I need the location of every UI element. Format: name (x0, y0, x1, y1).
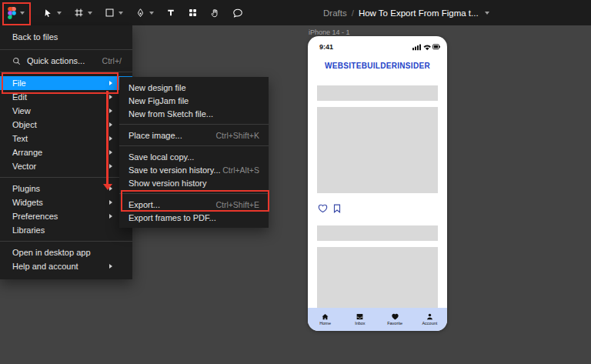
chevron-down-icon[interactable] (119, 12, 123, 15)
menu-item-label: Widgets (12, 198, 43, 207)
submenu-item-save-local-copy[interactable]: Save local copy... (119, 150, 269, 163)
menu-item-view[interactable]: View (0, 104, 132, 118)
image-placeholder-2[interactable] (317, 247, 438, 308)
nav-item-home[interactable]: Home (308, 308, 342, 331)
menu-item-help-and-account[interactable]: Help and account (0, 259, 132, 273)
text-icon (166, 8, 175, 18)
submenu-arrow-icon (109, 214, 112, 219)
menu-item-label: Place image... (129, 131, 182, 140)
menu-item-label: Export frames to PDF... (129, 213, 216, 222)
chevron-down-icon[interactable] (485, 12, 489, 15)
text-tool-button[interactable] (160, 0, 182, 25)
menu-item-widgets[interactable]: Widgets (0, 195, 132, 209)
submenu-item-new-design-file[interactable]: New design file (119, 81, 269, 94)
submenu-arrow-icon (109, 200, 112, 205)
rectangle-icon (105, 8, 115, 18)
menu-item-label: Export... (129, 200, 160, 209)
submenu-item-new-from-sketch-file[interactable]: New from Sketch file... (119, 107, 269, 120)
menu-item-open-in-desktop-app[interactable]: Open in desktop app (0, 245, 132, 259)
menu-item-label: New FigJam file (129, 96, 189, 105)
figma-logo-icon (8, 7, 16, 19)
breadcrumb-separator: / (352, 8, 354, 18)
submenu-item-new-figjam-file[interactable]: New FigJam file (119, 94, 269, 107)
menu-item-label: Back to files (12, 32, 58, 42)
submenu-arrow-icon (109, 136, 112, 141)
shortcut-label: Ctrl+/ (102, 56, 122, 65)
menu-item-libraries[interactable]: Libraries (0, 223, 132, 237)
nav-item-inbox[interactable]: Inbox (342, 308, 377, 331)
menu-item-label: View (12, 106, 31, 115)
submenu-arrow-icon (109, 264, 112, 269)
status-icons (412, 43, 440, 51)
comment-tool-button[interactable] (226, 0, 249, 25)
menu-item-text[interactable]: Text (0, 132, 132, 145)
phone-frame[interactable]: 9:41 (308, 36, 447, 331)
post-action-icons (318, 204, 341, 213)
battery-icon (433, 45, 441, 49)
chevron-down-icon[interactable] (57, 12, 62, 15)
shape-tool-button[interactable] (98, 0, 129, 25)
chevron-down-icon[interactable] (149, 12, 154, 15)
chevron-down-icon (20, 12, 25, 15)
figma-main-menu: Back to files Quick actions... Ctrl+/ Fi… (0, 25, 132, 279)
frame-name-label[interactable]: iPhone 14 - 1 (309, 28, 350, 36)
chevron-down-icon[interactable] (88, 12, 92, 15)
submenu-arrow-icon (109, 81, 112, 85)
bookmark-outline-icon[interactable] (333, 204, 341, 213)
menu-item-back-to-files[interactable]: Back to files (0, 28, 132, 45)
move-tool-button[interactable] (37, 0, 68, 25)
submenu-arrow-icon (109, 122, 112, 127)
menu-item-plugins[interactable]: Plugins (0, 182, 132, 195)
breadcrumb: Drafts / How To Export From Figma t... (323, 0, 489, 25)
menu-item-vector[interactable]: Vector (0, 159, 132, 173)
menu-item-file[interactable]: File (0, 76, 132, 90)
menu-divider (119, 124, 269, 125)
menu-item-object[interactable]: Object (0, 118, 132, 132)
menu-item-arrange[interactable]: Arrange (0, 145, 132, 159)
nav-label: Home (319, 321, 331, 326)
menu-item-label: Quick actions... (27, 56, 85, 65)
submenu-item-save-to-version-history[interactable]: Save to version history... Ctrl+Alt+S (119, 163, 269, 176)
document-title[interactable]: How To Export From Figma t... (359, 8, 479, 18)
menu-item-label: Save to version history... (129, 165, 221, 175)
nav-item-account[interactable]: Account (412, 308, 447, 331)
submenu-arrow-icon (109, 109, 112, 113)
menu-item-label: Libraries (12, 225, 45, 235)
menu-item-quick-actions[interactable]: Quick actions... Ctrl+/ (0, 54, 132, 68)
submenu-item-export[interactable]: Export... Ctrl+Shift+E (119, 198, 269, 211)
nav-item-favorite[interactable]: Favorite (378, 308, 412, 331)
resources-button[interactable] (182, 0, 204, 25)
menu-item-label: Vector (12, 162, 36, 171)
menu-divider (0, 49, 132, 50)
figma-app-window: Drafts / How To Export From Figma t... i… (0, 0, 591, 364)
menu-item-label: Arrange (12, 148, 42, 157)
menu-item-label: Text (12, 134, 28, 143)
phone-status-bar: 9:41 (319, 43, 440, 51)
menu-divider (119, 193, 269, 194)
submenu-item-export-frames-to-pdf[interactable]: Export frames to PDF... (119, 211, 269, 224)
menu-divider (0, 72, 132, 72)
app-title[interactable]: WEBSITEBUILDERINSIDER (308, 62, 447, 70)
menu-item-label: Edit (12, 92, 27, 102)
breadcrumb-folder[interactable]: Drafts (323, 8, 347, 18)
frame-tool-button[interactable] (68, 0, 98, 25)
submenu-item-place-image[interactable]: Place image... Ctrl+Shift+K (119, 129, 269, 142)
submenu-item-show-version-history[interactable]: Show version history (119, 176, 269, 189)
hand-tool-button[interactable] (204, 0, 226, 25)
image-placeholder-1[interactable] (317, 107, 438, 193)
heart-outline-icon[interactable] (318, 204, 328, 213)
search-icon (12, 57, 21, 65)
pen-tool-button[interactable] (129, 0, 160, 25)
shortcut-label: Ctrl+Shift+E (215, 200, 259, 209)
frame-icon (74, 8, 84, 18)
pen-icon (135, 8, 145, 18)
figma-main-menu-button[interactable] (0, 0, 32, 25)
text-placeholder-1[interactable] (317, 85, 438, 101)
home-icon (321, 313, 329, 320)
menu-item-preferences[interactable]: Preferences (0, 209, 132, 223)
menu-item-label: Show version history (129, 179, 207, 188)
menu-item-edit[interactable]: Edit (0, 90, 132, 104)
resources-grid-icon (188, 8, 198, 18)
text-placeholder-2[interactable] (317, 225, 438, 241)
menu-item-label: Open in desktop app (12, 248, 91, 257)
